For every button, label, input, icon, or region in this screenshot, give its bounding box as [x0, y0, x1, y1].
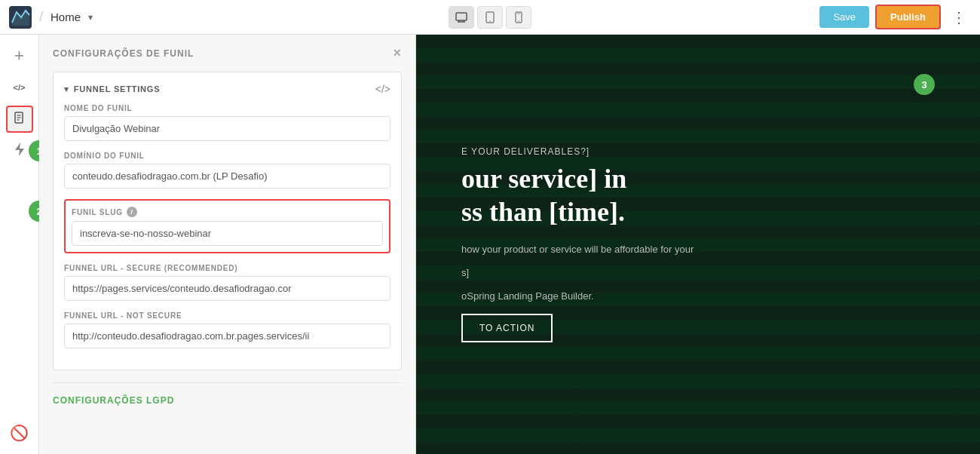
svg-point-6: [489, 20, 491, 22]
funnel-settings-section: ▾ FUNNEL SETTINGS </> NOME DO FUNIL DOMÍ…: [53, 72, 402, 370]
lgpd-section-title: CONFIGURAÇÕES LGPD: [53, 395, 402, 406]
desktop-view-button[interactable]: [449, 6, 474, 29]
dominio-funil-label: DOMÍNIO DO FUNIL: [64, 152, 390, 160]
url-not-secure-group: FUNNEL URL - NOT SECURE: [64, 311, 390, 348]
more-options-button[interactable]: ⋮: [947, 8, 971, 26]
preview-body1: how your product or service will be affo…: [461, 244, 694, 255]
section-code-icon[interactable]: </>: [375, 83, 390, 95]
preview-heading: our service] in ss than [time].: [461, 163, 694, 228]
svg-marker-14: [15, 143, 24, 156]
panel-title: CONFIGURAÇÕES DE FUNIL ×: [53, 45, 402, 61]
block-icon: 🚫: [10, 424, 29, 442]
lightning-icon: [14, 142, 25, 160]
preview-cta-button[interactable]: TO ACTION: [461, 314, 553, 342]
svg-rect-1: [456, 13, 467, 20]
preview-heading-line1: our service] in: [461, 164, 626, 194]
lightning-button[interactable]: [6, 137, 33, 164]
slug-info-icon: i: [127, 207, 137, 217]
plus-icon: +: [14, 46, 24, 66]
dominio-funil-label-text: DOMÍNIO DO FUNIL: [64, 152, 145, 160]
logo-area: / Home ▾: [9, 6, 93, 29]
preview-area: 3 E YOUR DELIVERABLES?] our service] in …: [416, 35, 980, 454]
view-controls: [449, 6, 531, 29]
section-toggle-icon[interactable]: ▾: [64, 84, 69, 94]
block-button[interactable]: 🚫: [6, 419, 33, 446]
preview-heading-line2: ss than [time].: [461, 197, 625, 227]
panel-title-text: CONFIGURAÇÕES DE FUNIL: [53, 48, 194, 59]
add-element-button[interactable]: +: [6, 42, 33, 69]
preview-body2: s]: [461, 267, 694, 278]
url-secure-group: FUNNEL URL - SECURE (RECOMMENDED): [64, 264, 390, 301]
svg-point-9: [518, 20, 519, 22]
url-not-secure-input[interactable]: [64, 324, 390, 348]
dominio-funil-input[interactable]: [64, 164, 390, 189]
preview-body3: oSpring Landing Page Builder.: [461, 290, 694, 302]
topbar-actions: Save Publish ⋮: [819, 5, 971, 29]
divider: [53, 382, 402, 383]
nome-funil-label: NOME DO FUNIL: [64, 104, 390, 112]
topbar-chevron-icon[interactable]: ▾: [88, 12, 93, 23]
nome-funil-label-text: NOME DO FUNIL: [64, 104, 132, 112]
funil-slug-label-text: FUNIL SLUG: [72, 208, 123, 216]
step-3-bubble: 3: [914, 74, 935, 95]
section-header: ▾ FUNNEL SETTINGS </>: [64, 83, 390, 95]
pages-button[interactable]: [6, 106, 33, 133]
nome-funil-group: NOME DO FUNIL: [64, 104, 390, 141]
url-secure-input[interactable]: [64, 276, 390, 301]
nome-funil-input[interactable]: [64, 116, 390, 141]
preview-content: E YOUR DELIVERABLES?] our service] in ss…: [461, 146, 694, 342]
topbar-separator: /: [39, 9, 43, 25]
section-label-text: FUNNEL SETTINGS: [74, 84, 160, 94]
preview-subtext: E YOUR DELIVERABLES?]: [461, 146, 694, 157]
side-panel: CONFIGURAÇÕES DE FUNIL × ▾ FUNNEL SETTIN…: [39, 35, 416, 454]
funil-slug-input[interactable]: [72, 221, 383, 246]
panel-close-button[interactable]: ×: [393, 45, 402, 61]
funil-slug-label: FUNIL SLUG i: [72, 207, 383, 217]
app-logo-icon: [9, 6, 32, 29]
tablet-view-button[interactable]: [477, 6, 503, 29]
code-icon: </>: [14, 83, 26, 92]
left-strip: + </> 1 2 🚫: [0, 35, 39, 454]
url-secure-label-text: FUNNEL URL - SECURE (RECOMMENDED): [64, 264, 237, 272]
funil-slug-group: FUNIL SLUG i: [64, 199, 390, 253]
preview-background: 3 E YOUR DELIVERABLES?] our service] in …: [416, 35, 980, 454]
main-area: + </> 1 2 🚫 CONFIGURAÇÕES DE FUNIL ×: [0, 35, 980, 454]
save-button[interactable]: Save: [819, 6, 869, 28]
url-not-secure-label: FUNNEL URL - NOT SECURE: [64, 311, 390, 320]
dominio-funil-group: DOMÍNIO DO FUNIL: [64, 152, 390, 189]
topbar-page-title: Home: [51, 11, 81, 23]
topbar: / Home ▾ Save Publish ⋮: [0, 0, 980, 35]
url-secure-label: FUNNEL URL - SECURE (RECOMMENDED): [64, 264, 390, 272]
url-not-secure-label-text: FUNNEL URL - NOT SECURE: [64, 311, 182, 320]
code-view-button[interactable]: </>: [6, 74, 33, 101]
publish-button[interactable]: Publish: [875, 5, 941, 29]
pages-icon: [14, 111, 26, 127]
section-header-left: ▾ FUNNEL SETTINGS: [64, 84, 160, 94]
mobile-view-button[interactable]: [506, 6, 531, 29]
